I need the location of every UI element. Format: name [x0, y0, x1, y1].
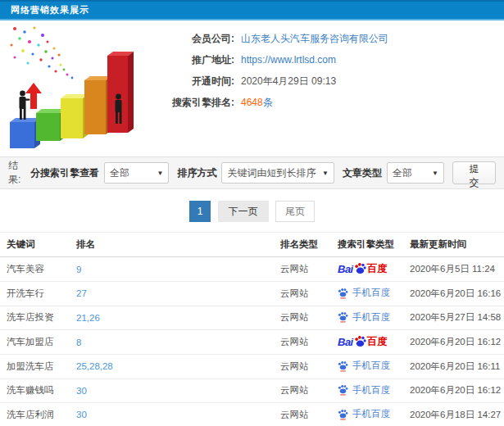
updated-cell: 2020年6月20日 16:12	[403, 330, 504, 355]
rank-type-header: 排名类型	[274, 233, 331, 257]
page-title: 网络营销效果展示	[11, 4, 89, 16]
sort-select[interactable]: 关键词由短到长排序 ▼	[221, 162, 334, 184]
bar-yellow	[61, 94, 89, 138]
mobile-baidu-paw-icon	[338, 288, 348, 299]
baidu-logo: Bai 百度	[338, 335, 388, 349]
results-table: 关键词 排名 排名类型 搜索引擎类型 最新更新时间 汽车美容 9 云网站 Bai…	[0, 232, 504, 426]
page: 网络营销效果展示	[0, 0, 504, 426]
baidu-logo-text-right: 百度	[367, 262, 388, 276]
engine-cell: 手机百度	[331, 306, 403, 330]
company-name-link[interactable]: 山东老人头汽车服务咨询有限公司	[241, 32, 388, 46]
keyword-cell: 洗车店投资	[0, 306, 70, 330]
mobile-baidu-label: 手机百度	[352, 408, 390, 420]
keyword-cell: 汽车美容	[0, 257, 70, 282]
baidu-paw-icon	[354, 335, 366, 347]
baidu-logo-text-left: Bai	[338, 336, 353, 348]
engine-cell: 手机百度	[331, 378, 403, 403]
mobile-baidu-paw-icon	[338, 409, 348, 420]
info-row-company: 会员公司: 山东老人头汽车服务咨询有限公司	[144, 32, 504, 45]
rank-type-cell: 云网站	[274, 257, 331, 282]
keyword-cell: 加盟洗车店	[0, 355, 70, 379]
sort-filter-label: 排序方式	[177, 166, 216, 180]
next-page-button[interactable]: 下一页	[218, 201, 269, 222]
chevron-down-icon: ▼	[322, 170, 329, 177]
table-row: 洗车店利润 30 云网站 手机百度 2020年6月18日 14:27	[0, 403, 504, 426]
rank-count-value: 4648	[241, 97, 263, 108]
baidu-paw-icon	[354, 262, 366, 274]
rank-link[interactable]: 25,28,28	[76, 361, 113, 371]
bar-chart-graphic	[0, 20, 144, 153]
engine-filter-label: 分搜索引擎查看	[30, 166, 99, 180]
article-type-select-value: 全部	[393, 166, 412, 180]
pagination: 1 下一页 尾页	[0, 189, 504, 232]
mobile-baidu-badge: 手机百度	[338, 311, 390, 324]
engine-cell: Bai 百度	[331, 257, 403, 282]
updated-cell: 2020年6月20日 16:12	[403, 378, 504, 403]
businessman-left	[20, 91, 30, 120]
mobile-baidu-label: 手机百度	[352, 360, 390, 372]
rank-link[interactable]: 30	[76, 386, 87, 396]
chevron-down-icon: ▼	[432, 170, 438, 177]
page-1-button[interactable]: 1	[189, 201, 211, 222]
keyword-cell: 汽车加盟店	[0, 330, 70, 355]
top-bar: 网络营销效果展示	[0, 0, 504, 20]
rank-type-cell: 云网站	[274, 378, 331, 403]
engine-cell: Bai 百度	[331, 330, 403, 355]
filter-bar: 结果: 分搜索引擎查看 全部 ▼ 排序方式 关键词由短到长排序 ▼ 文章类型 全…	[0, 156, 504, 189]
filter-controls: 分搜索引擎查看 全部 ▼ 排序方式 关键词由短到长排序 ▼ 文章类型 全部 ▼ …	[30, 161, 496, 184]
open-time-label: 开通时间:	[144, 75, 234, 88]
engine-type-header: 搜索引擎类型	[331, 233, 403, 257]
rank-type-cell: 云网站	[274, 282, 331, 306]
engine-cell: 手机百度	[331, 355, 403, 379]
mobile-baidu-badge: 手机百度	[338, 360, 390, 372]
bar-chart-illustration	[0, 20, 144, 153]
info-row-open-time: 开通时间: 2020年4月29日 09:13	[144, 75, 504, 88]
promo-url-label: 推广地址:	[144, 53, 234, 67]
mobile-baidu-badge: 手机百度	[338, 384, 390, 397]
keyword-cell: 开洗车行	[0, 282, 70, 306]
up-arrow	[25, 83, 42, 109]
mobile-baidu-paw-icon	[338, 360, 348, 372]
rank-count-label: 搜索引擎排名:	[144, 96, 234, 110]
mobile-baidu-label: 手机百度	[352, 311, 390, 324]
rank-link[interactable]: 30	[76, 410, 87, 419]
bar-blue	[10, 118, 40, 148]
table-row: 汽车美容 9 云网站 Bai 百度 2020年6月5日 11:24	[0, 257, 504, 282]
submit-button[interactable]: 提交	[452, 161, 496, 184]
mobile-baidu-badge: 手机百度	[338, 408, 390, 420]
confetti-dots	[10, 26, 73, 79]
rank-type-cell: 云网站	[274, 330, 331, 355]
engine-cell: 手机百度	[331, 282, 403, 306]
rank-link[interactable]: 9	[76, 265, 81, 274]
company-info: 会员公司: 山东老人头汽车服务咨询有限公司 推广地址: https://www.…	[144, 20, 504, 156]
rank-type-cell: 云网站	[274, 306, 331, 330]
info-row-url: 推广地址: https://www.lrtlsd.com	[144, 53, 504, 66]
updated-cell: 2020年6月20日 16:11	[403, 355, 504, 379]
last-page-button[interactable]: 尾页	[275, 201, 315, 222]
baidu-logo: Bai 百度	[338, 262, 388, 276]
updated-cell: 2020年6月20日 16:16	[403, 282, 504, 306]
sort-select-value: 关键词由短到长排序	[227, 166, 316, 180]
engine-cell: 手机百度	[331, 403, 403, 426]
rank-count-unit: 条	[263, 96, 273, 110]
table-row: 洗车赚钱吗 30 云网站 手机百度 2020年6月20日 16:12	[0, 378, 504, 403]
table-row: 洗车店投资 21,26 云网站 手机百度 2020年5月27日 14:58	[0, 306, 504, 330]
mobile-baidu-badge: 手机百度	[338, 287, 390, 299]
updated-header: 最新更新时间	[403, 233, 504, 257]
article-type-select[interactable]: 全部 ▼	[387, 162, 444, 184]
mobile-baidu-label: 手机百度	[352, 287, 390, 299]
engine-select[interactable]: 全部 ▼	[104, 162, 170, 184]
table-header-row: 关键词 排名 排名类型 搜索引擎类型 最新更新时间	[0, 233, 504, 257]
mobile-baidu-paw-icon	[338, 311, 348, 323]
rank-link[interactable]: 21,26	[76, 313, 100, 323]
rank-link[interactable]: 8	[76, 338, 81, 347]
promo-url-link[interactable]: https://www.lrtlsd.com	[241, 54, 336, 66]
rank-link[interactable]: 27	[76, 288, 87, 298]
baidu-logo-text-left: Bai	[338, 263, 353, 275]
table-row: 加盟洗车店 25,28,28 云网站 手机百度 2020年6月20日 16:11	[0, 355, 504, 379]
open-time-value: 2020年4月29日 09:13	[241, 75, 336, 88]
keyword-header: 关键词	[0, 233, 70, 257]
baidu-logo-text-right: 百度	[367, 335, 388, 349]
article-type-label: 文章类型	[343, 166, 382, 180]
keyword-cell: 洗车店利润	[0, 403, 70, 426]
